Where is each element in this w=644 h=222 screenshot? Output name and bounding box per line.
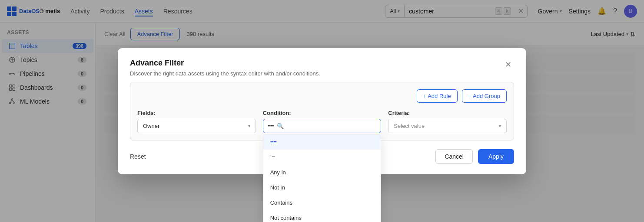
add-rule-button[interactable]: + Add Rule xyxy=(417,89,458,103)
dropdown-item-any-in[interactable]: Any in xyxy=(263,165,381,180)
modal-title: Advance Filter xyxy=(130,59,320,68)
modal-header-text: Advance Filter Discover the right data a… xyxy=(130,59,320,77)
fields-label: Fields: xyxy=(137,110,256,116)
fields-value: Owner xyxy=(143,123,159,129)
chevron-down-icon: ▾ xyxy=(248,124,250,128)
condition-value: == xyxy=(268,123,274,129)
condition-group: Condition: == 🔍 == != Any in Not in Co xyxy=(263,110,382,133)
filter-row: Fields: Owner ▾ Condition: == 🔍 xyxy=(137,110,507,133)
modal-header: Advance Filter Discover the right data a… xyxy=(118,48,526,82)
dropdown-item-not-contains[interactable]: Not contains xyxy=(263,210,381,222)
fields-select[interactable]: Owner ▾ xyxy=(137,119,256,133)
modal-close-button[interactable]: ✕ xyxy=(502,59,514,71)
criteria-group: Criteria: Select value ▾ xyxy=(388,110,507,133)
add-group-button[interactable]: + Add Group xyxy=(462,89,507,103)
modal-overlay[interactable]: Advance Filter Discover the right data a… xyxy=(0,0,644,222)
condition-wrapper: == 🔍 == != Any in Not in Contains Not co… xyxy=(263,119,382,133)
footer-actions: Cancel Apply xyxy=(435,149,514,164)
search-icon: 🔍 xyxy=(277,123,284,129)
advance-filter-modal: Advance Filter Discover the right data a… xyxy=(118,48,526,174)
dropdown-item-neq[interactable]: != xyxy=(263,150,381,165)
filter-area: + Add Rule + Add Group Fields: Owner ▾ C… xyxy=(130,82,514,140)
condition-input[interactable]: == 🔍 xyxy=(263,119,382,133)
condition-dropdown: == != Any in Not in Contains Not contain… xyxy=(263,134,382,222)
criteria-placeholder: Select value xyxy=(394,123,425,129)
criteria-label: Criteria: xyxy=(388,110,507,116)
criteria-select[interactable]: Select value ▾ xyxy=(388,119,507,133)
fields-group: Fields: Owner ▾ xyxy=(137,110,256,133)
chevron-down-icon: ▾ xyxy=(499,124,501,128)
apply-button[interactable]: Apply xyxy=(478,149,514,164)
reset-button[interactable]: Reset xyxy=(130,150,146,163)
dropdown-item-contains[interactable]: Contains xyxy=(263,195,381,210)
modal-subtitle: Discover the right data assets using the… xyxy=(130,70,320,77)
condition-label: Condition: xyxy=(263,110,382,116)
dropdown-item-eq[interactable]: == xyxy=(263,134,381,150)
filter-toolbar: + Add Rule + Add Group xyxy=(137,89,507,103)
cancel-button[interactable]: Cancel xyxy=(435,149,473,164)
dropdown-item-not-in[interactable]: Not in xyxy=(263,180,381,195)
